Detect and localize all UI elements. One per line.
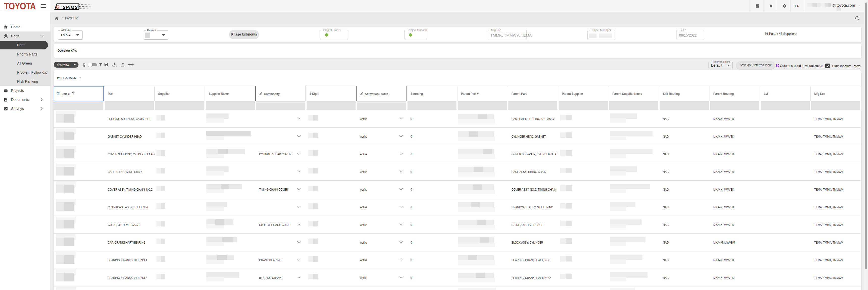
svg-text:A: A xyxy=(84,63,86,65)
svg-text:SPIMS: SPIMS xyxy=(63,5,78,10)
svg-text:Z: Z xyxy=(84,65,85,67)
svg-text:G: G xyxy=(56,5,60,10)
